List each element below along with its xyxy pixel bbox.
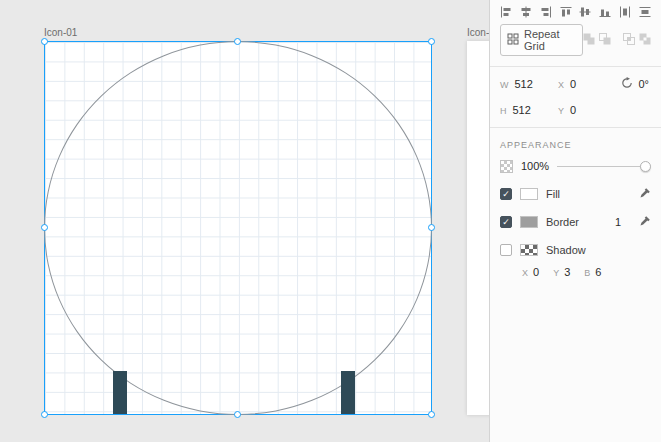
artboard-icon-01[interactable] [44,41,432,415]
divider [490,66,661,67]
x-label: X [558,80,564,90]
opacity-row: 100% [490,152,661,180]
fill-label: Fill [546,188,631,200]
divider [490,127,661,128]
shadow-color-swatch[interactable] [520,244,538,256]
border-checkbox[interactable] [500,216,512,228]
boolean-subtract-icon[interactable] [599,31,611,49]
y-field[interactable]: Y 0 [558,104,604,116]
fill-checkbox[interactable] [500,188,512,200]
rotation-value[interactable]: 0° [638,78,649,90]
boolean-exclude-icon[interactable] [639,31,651,49]
x-value[interactable]: 0 [570,78,576,90]
shadow-label: Shadow [546,244,651,256]
shadow-row: Shadow [490,236,661,264]
ellipse-shape[interactable] [44,41,432,415]
repeat-grid-button[interactable]: Repeat Grid [500,24,583,56]
fill-row: Fill [490,180,661,208]
slider-track [557,166,651,167]
selection-handle-ne[interactable] [428,38,435,45]
fill-eyedropper-icon[interactable] [639,185,651,203]
alignment-toolbar [490,0,661,21]
transform-row-2: H 512 Y 0 [490,97,661,123]
distribute-vertical-icon[interactable] [639,6,651,18]
shadow-blur-label: B [584,268,590,278]
height-value[interactable]: 512 [513,104,531,116]
boolean-ops-group [583,31,651,49]
canvas[interactable]: Icon-01 Icon-0 [0,0,489,442]
align-top-icon[interactable] [560,6,572,18]
align-left-icon[interactable] [500,6,512,18]
slider-knob[interactable] [640,161,651,172]
property-inspector: Repeat Grid W 512 X 0 0° [489,0,661,442]
border-label: Border [546,216,607,228]
selection-handle-e[interactable] [428,224,435,231]
selection-handle-w[interactable] [41,224,48,231]
selection-handle-sw[interactable] [41,411,48,418]
transform-row-1: W 512 X 0 0° [490,71,661,97]
border-color-swatch[interactable] [520,216,538,228]
repeat-grid-icon [507,33,519,47]
shadow-blur-field[interactable]: B 6 [584,266,601,278]
shadow-params-row: X 0 Y 3 B 6 [490,264,661,286]
shadow-x-label: X [522,268,528,278]
align-center-horizontal-icon[interactable] [520,6,532,18]
opacity-checkerboard-icon [500,160,513,173]
rect-shape-right[interactable] [341,371,355,414]
rect-shape-left[interactable] [113,371,127,414]
selection-handle-s[interactable] [234,411,241,418]
repeat-grid-row: Repeat Grid [490,21,661,62]
width-value[interactable]: 512 [515,78,533,90]
selection-handle-nw[interactable] [41,38,48,45]
border-width-value[interactable]: 1 [615,216,621,228]
width-label: W [500,80,509,90]
align-right-icon[interactable] [540,6,552,18]
shadow-y-label: Y [553,268,559,278]
artboard-title[interactable]: Icon-01 [44,27,77,38]
shadow-blur-value[interactable]: 6 [595,266,601,278]
selection-handle-se[interactable] [428,411,435,418]
height-label: H [500,106,507,116]
appearance-header: APPEARANCE [490,132,661,152]
distribute-horizontal-icon[interactable] [619,6,631,18]
shadow-y-value[interactable]: 3 [564,266,570,278]
y-value[interactable]: 0 [570,104,576,116]
repeat-grid-label: Repeat Grid [524,28,574,52]
boolean-add-icon[interactable] [583,31,595,49]
artboard-icon-02[interactable] [467,41,489,415]
border-eyedropper-icon[interactable] [639,213,651,231]
opacity-value[interactable]: 100% [521,160,549,172]
shadow-x-field[interactable]: X 0 [522,266,539,278]
align-bottom-icon[interactable] [599,6,611,18]
shadow-checkbox[interactable] [500,244,512,256]
rotation-icon [621,75,633,93]
rotation-field[interactable]: 0° [621,75,651,93]
shadow-y-field[interactable]: Y 3 [553,266,570,278]
opacity-slider[interactable] [557,160,651,172]
border-row: Border 1 [490,208,661,236]
shadow-x-value[interactable]: 0 [533,266,539,278]
selection-handle-n[interactable] [234,38,241,45]
width-field[interactable]: W 512 [500,78,558,90]
height-field[interactable]: H 512 [500,104,558,116]
fill-color-swatch[interactable] [520,188,538,200]
design-tool-window: Icon-01 Icon-0 [0,0,661,442]
y-label: Y [558,106,564,116]
align-middle-vertical-icon[interactable] [579,6,591,18]
x-field[interactable]: X 0 [558,78,604,90]
boolean-intersect-icon[interactable] [623,31,635,49]
artboard-title-2[interactable]: Icon-0 [467,27,489,38]
